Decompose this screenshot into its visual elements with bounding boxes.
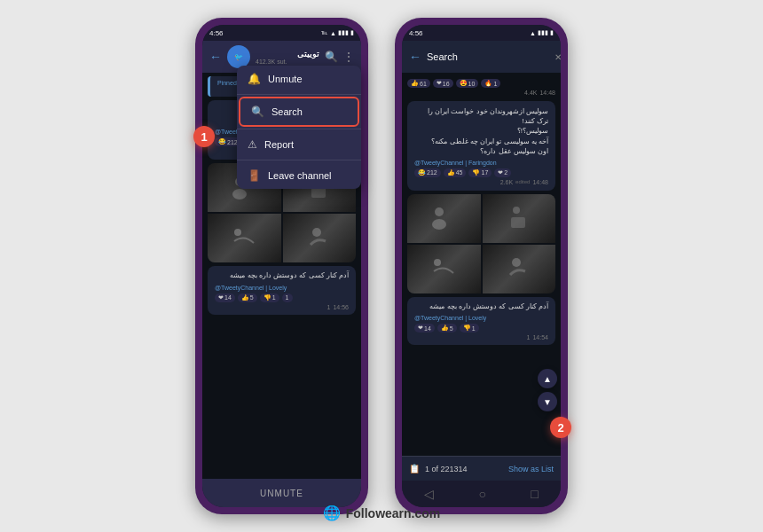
caption-sender-right: @TweetyChannel | Lovely bbox=[414, 315, 486, 321]
image-3-left bbox=[208, 214, 281, 262]
scroll-up-button[interactable]: ▲ bbox=[538, 369, 557, 388]
bottom-nav-right: ◁ ○ □ bbox=[402, 481, 561, 507]
edited-1-right: edited bbox=[515, 179, 530, 184]
react-count: 1 bbox=[282, 293, 293, 302]
wifi-icon-right: ▲ bbox=[530, 30, 536, 36]
nav-back-icon[interactable]: ◁ bbox=[424, 487, 434, 501]
views-2-left: 1 bbox=[327, 304, 331, 310]
chat-content-right: 👍 61 ❤ 16 😍 10 🔥 1 4.4K 14:48 سولیس ازشه… bbox=[402, 73, 561, 456]
leave-channel-item[interactable]: 🚪 Leave channel bbox=[237, 162, 361, 189]
react-heart: ❤ 14 bbox=[215, 293, 235, 302]
menu-divider-3 bbox=[237, 160, 361, 160]
image-2-right bbox=[483, 194, 556, 243]
svg-point-10 bbox=[434, 259, 441, 266]
svg-point-7 bbox=[432, 219, 446, 230]
channel-name-left: توییتی bbox=[256, 50, 319, 59]
header-icons-left: 🔍 ⋮ bbox=[325, 51, 354, 63]
signal-icon: ▮▮▮ bbox=[338, 29, 349, 36]
react-thumbs: 👍 61 bbox=[407, 79, 430, 88]
left-phone-screen: 4:56 ℡ ▲ ▮▮▮ ▮ ← 🐦 توییتی 412.3K sut. bbox=[202, 25, 361, 507]
report-label: Report bbox=[264, 139, 294, 150]
more-icon[interactable]: ⋮ bbox=[343, 51, 354, 63]
leave-icon: 🚪 bbox=[248, 169, 261, 182]
search-menu-item[interactable]: 🔍 Search bbox=[239, 97, 359, 127]
signal-icon-right: ▮▮▮ bbox=[538, 29, 548, 36]
search-header-icon[interactable]: 🔍 bbox=[325, 51, 338, 63]
search-result-icon: 📋 bbox=[409, 464, 420, 473]
svg-point-5 bbox=[312, 228, 321, 237]
channel-info-left: توییتی 412.3K sut. bbox=[256, 50, 319, 65]
react-like2-r: 👍 5 bbox=[437, 324, 457, 332]
image-grid-right bbox=[407, 194, 555, 293]
unmute-button[interactable]: UNMUTE bbox=[260, 489, 303, 498]
report-menu-item[interactable]: ⚠ Report bbox=[237, 131, 361, 158]
svg-rect-9 bbox=[511, 217, 525, 228]
message-bubble-1-right: سولیس ازشهروندان خود خواست ایران را ترک … bbox=[407, 101, 555, 191]
channel-members-left: 412.3K sut. bbox=[256, 59, 319, 65]
unmute-menu-item[interactable]: 🔔 Unmute bbox=[237, 66, 361, 92]
react-dislike: 👎 1 bbox=[260, 293, 279, 302]
reactions-msg-right: 😂 212 👍 45 👎 17 ❤ 2 bbox=[414, 168, 548, 177]
image-4-left bbox=[283, 214, 357, 262]
context-menu: 🔔 Unmute 🔍 Search ⚠ Report 🚪 Leave chann… bbox=[237, 66, 361, 189]
time-left: 4:56 bbox=[209, 29, 224, 37]
reactions-2-right: ❤ 14 👍 5 👎 1 bbox=[414, 324, 548, 332]
right-phone: 4:56 ▲ ▮▮▮ ▮ ← ✕ 👍 61 ❤ 16 bbox=[395, 18, 568, 514]
message-text-1-right: سولیس ازشهروندان خود خواست ایران را ترک … bbox=[414, 106, 548, 156]
nav-home-icon[interactable]: ○ bbox=[479, 487, 486, 501]
time-1-right: 14:48 bbox=[532, 179, 548, 185]
search-bottom-bar: 📋 1 of 221314 Show as List bbox=[402, 456, 561, 481]
msg-footer-2-left: 1 14:56 bbox=[215, 304, 349, 310]
msg-footer-1-right: 2.6K edited 14:48 bbox=[414, 179, 548, 185]
time-2-left: 14:56 bbox=[333, 304, 349, 310]
caption-meta-right: @TweetyChannel | Lovely bbox=[414, 315, 548, 321]
bottom-bar-left[interactable]: UNMUTE bbox=[202, 479, 361, 507]
bell-slash-icon: 🔔 bbox=[248, 73, 261, 85]
sender-1-right: @TweetyChannel | Faringdon bbox=[414, 160, 497, 166]
bluetooth-icon: ℡ bbox=[321, 29, 328, 36]
svg-point-6 bbox=[435, 207, 444, 216]
back-button-left[interactable]: ← bbox=[209, 50, 222, 64]
react-heart-r: ❤ 2 bbox=[494, 168, 511, 177]
search-input[interactable] bbox=[427, 51, 549, 62]
scroll-down-button[interactable]: ▼ bbox=[538, 392, 557, 411]
nav-recents-icon[interactable]: □ bbox=[531, 487, 538, 501]
msg-footer-2-right: 1 14:54 bbox=[414, 334, 548, 340]
scroll-buttons: ▲ ▼ bbox=[538, 369, 557, 411]
menu-divider-2 bbox=[237, 129, 361, 129]
react-laugh-r: 😂 212 bbox=[414, 168, 441, 177]
right-phone-screen: 4:56 ▲ ▮▮▮ ▮ ← ✕ 👍 61 ❤ 16 bbox=[402, 25, 561, 507]
react-love: 😍 10 bbox=[456, 79, 479, 88]
react-fire: 🔥 1 bbox=[481, 79, 500, 88]
svg-point-4 bbox=[234, 229, 241, 236]
react-like-r: 👍 45 bbox=[444, 168, 467, 177]
react-heart2-r: ❤ 14 bbox=[414, 324, 435, 332]
watermark: 🌐 Followearn.com bbox=[323, 505, 441, 521]
image-3-right bbox=[407, 245, 481, 293]
svg-point-1 bbox=[232, 189, 247, 200]
message-meta-1-right: @TweetyChannel | Faringdon bbox=[414, 160, 548, 166]
status-bar-left: 4:56 ℡ ▲ ▮▮▮ ▮ bbox=[202, 25, 361, 41]
unmute-label: Unmute bbox=[268, 74, 303, 84]
caption-sender-left: @TweetyChannel | Lovely bbox=[215, 285, 287, 291]
leave-label: Leave channel bbox=[268, 170, 332, 181]
views-top: 4.4K bbox=[524, 90, 537, 96]
react-heart-top: ❤ 16 bbox=[433, 79, 453, 88]
image-1-right bbox=[407, 194, 481, 243]
time-top: 14:48 bbox=[539, 90, 555, 96]
show-as-list-button[interactable]: Show as List bbox=[508, 465, 554, 473]
clear-search-icon[interactable]: ✕ bbox=[555, 52, 561, 62]
reactions-2-left: ❤ 14 👍 5 👎 1 1 bbox=[215, 293, 349, 302]
step-1-badge: 1 bbox=[193, 126, 215, 147]
top-reactions: 👍 61 ❤ 16 😍 10 🔥 1 bbox=[407, 79, 555, 88]
views-1-right: 2.6K bbox=[500, 179, 513, 185]
status-icons-right: ▲ ▮▮▮ ▮ bbox=[530, 29, 554, 36]
react-like: 👍 5 bbox=[238, 293, 257, 302]
globe-icon: 🌐 bbox=[323, 505, 341, 521]
search-header-right: ← ✕ bbox=[402, 41, 561, 73]
search-menu-label: Search bbox=[271, 106, 303, 117]
menu-divider-1 bbox=[237, 94, 361, 95]
back-button-right[interactable]: ← bbox=[409, 50, 421, 64]
svg-point-11 bbox=[512, 258, 521, 267]
caption-text-right: آدم کنار کسی که دوستش داره بچه میشه bbox=[414, 301, 548, 311]
